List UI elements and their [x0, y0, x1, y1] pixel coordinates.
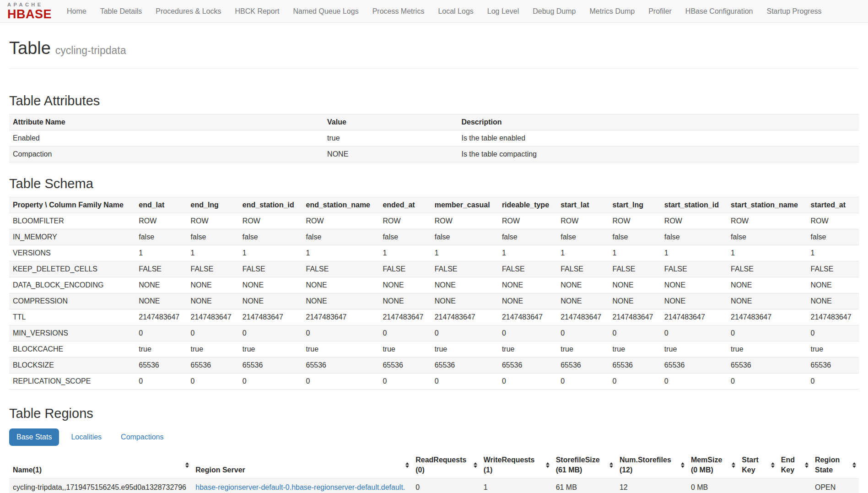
region-name-cell: cycling-tripdata,,1719475156245.e95d0a13… — [9, 479, 192, 493]
tab-base-stats[interactable]: Base Stats — [9, 428, 59, 446]
attrs-cell: Enabled — [9, 130, 323, 146]
schema-value-cell: 1 — [557, 245, 609, 261]
sort-icon[interactable] — [474, 462, 477, 468]
regions-col-start-key[interactable]: Start Key — [738, 451, 777, 479]
attrs-row-compaction: CompactionNONEIs the table compacting — [9, 146, 859, 163]
schema-col-rideable-type: rideable_type — [498, 197, 557, 213]
regions-col-num-storefiles-12[interactable]: Num.Storefiles (12) — [616, 451, 687, 479]
nav-item-procedures-locks[interactable]: Procedures & Locks — [149, 1, 228, 22]
schema-value-cell: 2147483647 — [557, 309, 609, 325]
nav-item-local-logs[interactable]: Local Logs — [431, 1, 480, 22]
schema-value-cell: NONE — [239, 293, 302, 309]
schema-value-cell: NONE — [379, 277, 431, 293]
regions-col-region-server[interactable]: Region Server — [192, 451, 412, 479]
schema-property-cell: BLOCKCACHE — [9, 341, 135, 358]
page-title-text: Table — [9, 38, 51, 58]
table-regions-section: Table Regions Base StatsLocalitiesCompac… — [9, 406, 859, 493]
schema-value-cell: false — [557, 229, 609, 245]
tab-localities[interactable]: Localities — [64, 428, 109, 446]
sort-icon[interactable] — [771, 462, 775, 468]
schema-value-cell: 1 — [431, 245, 498, 261]
nav-item-hbck-report[interactable]: HBCK Report — [228, 1, 286, 22]
schema-value-cell: NONE — [609, 277, 661, 293]
schema-value-cell: FALSE — [609, 261, 661, 277]
regions-col-readrequests-0[interactable]: ReadRequests (0) — [412, 451, 480, 479]
regions-col-label: End Key — [781, 456, 795, 474]
table-schema-section: Table Schema Property \ Column Family Na… — [9, 176, 859, 390]
schema-value-cell: false — [135, 229, 187, 245]
region-server-link[interactable]: hbase-regionserver-default-0.hbase-regio… — [195, 483, 405, 493]
nav-item-debug-dump[interactable]: Debug Dump — [526, 1, 582, 22]
tab-compactions[interactable]: Compactions — [113, 428, 171, 446]
sort-up-arrow-icon — [771, 462, 775, 465]
regions-col-storefilesize-61-mb[interactable]: StorefileSize (61 MB) — [552, 451, 616, 479]
schema-property-cell: BLOCKSIZE — [9, 358, 135, 374]
schema-value-cell: NONE — [557, 293, 609, 309]
regions-col-name-1[interactable]: Name(1) — [9, 451, 192, 479]
schema-value-cell: NONE — [727, 277, 807, 293]
sort-icon[interactable] — [546, 462, 550, 468]
nav-item-process-metrics[interactable]: Process Metrics — [366, 1, 431, 22]
schema-value-cell: true — [727, 341, 807, 358]
sort-icon[interactable] — [805, 462, 809, 468]
sort-icon[interactable] — [732, 462, 735, 468]
regions-col-end-key[interactable]: End Key — [777, 451, 811, 479]
schema-value-cell: 2147483647 — [609, 309, 661, 325]
region-num-storefiles-cell: 12 — [616, 479, 687, 493]
nav-item-profiler[interactable]: Profiler — [642, 1, 679, 22]
sort-icon[interactable] — [185, 462, 189, 468]
schema-value-cell: NONE — [661, 277, 727, 293]
schema-value-cell: true — [135, 341, 187, 358]
hbase-logo[interactable]: APACHE HBASE — [5, 1, 54, 22]
nav-item-hbase-configuration[interactable]: HBase Configuration — [679, 1, 760, 22]
schema-value-cell: ROW — [302, 213, 379, 229]
schema-value-cell: ROW — [661, 213, 727, 229]
sort-down-arrow-icon — [681, 466, 685, 468]
sort-icon[interactable] — [609, 462, 613, 468]
schema-value-cell: 2147483647 — [379, 309, 431, 325]
schema-value-cell: NONE — [727, 293, 807, 309]
sort-down-arrow-icon — [185, 466, 189, 468]
schema-value-cell: NONE — [379, 293, 431, 309]
schema-value-cell: 0 — [431, 374, 498, 390]
nav-item-log-level[interactable]: Log Level — [480, 1, 526, 22]
schema-property-cell: REPLICATION_SCOPE — [9, 374, 135, 390]
regions-col-label: Region State — [815, 456, 840, 474]
schema-value-cell: 65536 — [498, 358, 557, 374]
regions-col-memsize-0-mb[interactable]: MemSize (0 MB) — [687, 451, 738, 479]
schema-value-cell: NONE — [135, 277, 187, 293]
schema-property-cell: IN_MEMORY — [9, 229, 135, 245]
nav-item-named-queue-logs[interactable]: Named Queue Logs — [286, 1, 365, 22]
attrs-col-value: Value — [323, 114, 458, 130]
logo-apache-text: APACHE — [7, 2, 43, 7]
schema-value-cell: NONE — [609, 293, 661, 309]
schema-value-cell: FALSE — [431, 261, 498, 277]
schema-value-cell: 0 — [498, 325, 557, 341]
regions-col-writerequests-1[interactable]: WriteRequests (1) — [480, 451, 552, 479]
schema-row-min-versions: MIN_VERSIONS000000000000 — [9, 325, 859, 341]
schema-value-cell: 65536 — [135, 358, 187, 374]
schema-property-col-header: Property \ Column Family Name — [9, 197, 135, 213]
nav-item-table-details[interactable]: Table Details — [93, 1, 149, 22]
sort-up-arrow-icon — [732, 462, 735, 465]
schema-col-started-at: started_at — [807, 197, 859, 213]
sort-icon[interactable] — [852, 462, 856, 468]
logo-hbase-text: HBASE — [7, 8, 52, 21]
regions-col-region-state[interactable]: Region State — [811, 451, 859, 479]
sort-up-arrow-icon — [681, 462, 685, 465]
table-schema-heading: Table Schema — [9, 176, 859, 191]
sort-icon[interactable] — [405, 462, 409, 468]
sort-icon[interactable] — [681, 462, 685, 468]
schema-value-cell: ROW — [498, 213, 557, 229]
schema-value-cell: 0 — [727, 325, 807, 341]
schema-value-cell: 0 — [498, 374, 557, 390]
schema-value-cell: 0 — [609, 374, 661, 390]
nav-item-startup-progress[interactable]: Startup Progress — [760, 1, 829, 22]
table-attributes-table: Attribute NameValueDescription Enabledtr… — [9, 114, 859, 163]
nav-item-metrics-dump[interactable]: Metrics Dump — [582, 1, 642, 22]
nav-item-home[interactable]: Home — [60, 1, 93, 22]
sort-up-arrow-icon — [609, 462, 613, 465]
schema-value-cell: 2147483647 — [498, 309, 557, 325]
schema-value-cell: 65536 — [431, 358, 498, 374]
schema-value-cell: 2147483647 — [807, 309, 859, 325]
